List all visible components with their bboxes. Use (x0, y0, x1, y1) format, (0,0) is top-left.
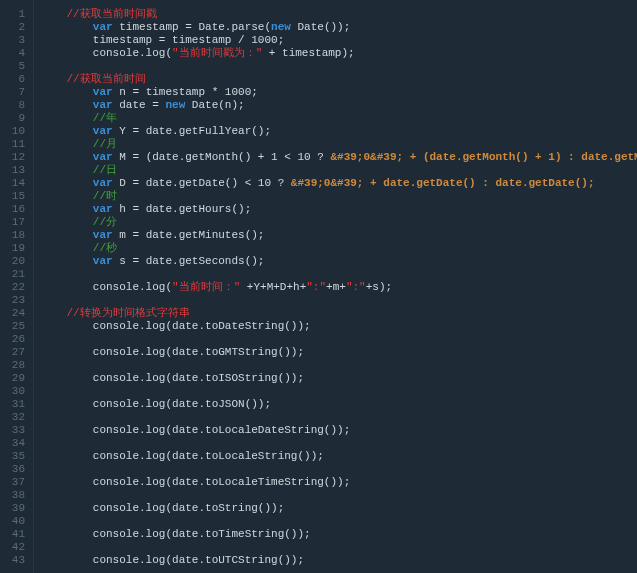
code-line[interactable]: console.log("当前时间戳为：" + timestamp); (40, 47, 637, 60)
line-number: 35 (0, 450, 33, 463)
code-line[interactable] (40, 489, 637, 502)
code-line[interactable]: //日 (40, 164, 637, 177)
code-area[interactable]: //获取当前时间戳 var timestamp = Date.parse(new… (34, 0, 637, 573)
line-number: 36 (0, 463, 33, 476)
code-token: Date(n); (185, 99, 244, 111)
code-line[interactable]: //月 (40, 138, 637, 151)
line-number: 41 (0, 528, 33, 541)
code-line[interactable] (40, 268, 637, 281)
code-token: s = date.getSeconds(); (113, 255, 265, 267)
code-token: console.log( (93, 47, 172, 59)
code-line[interactable]: var date = new Date(n); (40, 99, 637, 112)
code-token: "当前时间戳为：" (172, 47, 262, 59)
code-token: var (93, 203, 113, 215)
code-line[interactable]: var s = date.getSeconds(); (40, 255, 637, 268)
code-line[interactable]: var h = date.getHours(); (40, 203, 637, 216)
line-number: 13 (0, 164, 33, 177)
code-token: new (271, 21, 291, 33)
code-token: console.log(date.toUTCString()); (93, 554, 304, 566)
code-token: console.log(date.toDateString()); (93, 320, 311, 332)
code-token: //分 (93, 216, 117, 228)
code-token: console.log( (93, 281, 172, 293)
code-token: ":" (306, 281, 326, 293)
line-number: 18 (0, 229, 33, 242)
line-number: 3 (0, 34, 33, 47)
code-line[interactable]: console.log(date.toGMTString()); (40, 346, 637, 359)
code-line[interactable] (40, 359, 637, 372)
code-line[interactable]: var n = timestamp * 1000; (40, 86, 637, 99)
code-token: h = date.getHours(); (113, 203, 252, 215)
code-token: +m+ (326, 281, 346, 293)
code-line[interactable]: //秒 (40, 242, 637, 255)
code-line[interactable]: //获取当前时间 (40, 73, 637, 86)
line-number: 24 (0, 307, 33, 320)
code-line[interactable] (40, 333, 637, 346)
code-line[interactable]: console.log(date.toLocaleDateString()); (40, 424, 637, 437)
code-editor[interactable]: 1234567891011121314151617181920212223242… (0, 0, 637, 573)
code-line[interactable] (40, 411, 637, 424)
code-line[interactable] (40, 294, 637, 307)
code-line[interactable] (40, 541, 637, 554)
code-line[interactable]: timestamp = timestamp / 1000; (40, 34, 637, 47)
line-number-gutter: 1234567891011121314151617181920212223242… (0, 0, 34, 573)
line-number: 19 (0, 242, 33, 255)
line-number: 30 (0, 385, 33, 398)
code-token: timestamp = Date.parse( (113, 21, 271, 33)
code-line[interactable]: var timestamp = Date.parse(new Date()); (40, 21, 637, 34)
code-token: &#39;0&#39; + date.getDate() : date.getD… (291, 177, 595, 189)
line-number: 14 (0, 177, 33, 190)
code-line[interactable] (40, 60, 637, 73)
code-token: M = (date.getMonth() + 1 < 10 ? (113, 151, 331, 163)
code-line[interactable]: var M = (date.getMonth() + 1 < 10 ? &#39… (40, 151, 637, 164)
code-token: var (93, 21, 113, 33)
code-token: //转换为时间格式字符串 (66, 307, 189, 319)
code-line[interactable] (40, 463, 637, 476)
code-line[interactable]: var Y = date.getFullYear(); (40, 125, 637, 138)
code-token: date = (113, 99, 166, 111)
line-number: 11 (0, 138, 33, 151)
code-token: console.log(date.toString()); (93, 502, 284, 514)
line-number: 6 (0, 73, 33, 86)
code-line[interactable]: var D = date.getDate() < 10 ? &#39;0&#39… (40, 177, 637, 190)
code-line[interactable]: console.log(date.toLocaleTimeString()); (40, 476, 637, 489)
code-line[interactable]: console.log(date.toString()); (40, 502, 637, 515)
code-line[interactable]: //分 (40, 216, 637, 229)
code-line[interactable]: //获取当前时间戳 (40, 8, 637, 21)
code-token: //时 (93, 190, 117, 202)
line-number: 37 (0, 476, 33, 489)
code-token: "当前时间：" (172, 281, 240, 293)
code-line[interactable] (40, 437, 637, 450)
code-line[interactable]: //时 (40, 190, 637, 203)
line-number: 7 (0, 86, 33, 99)
code-token: var (93, 99, 113, 111)
code-token: console.log(date.toJSON()); (93, 398, 271, 410)
code-line[interactable]: console.log(date.toJSON()); (40, 398, 637, 411)
code-line[interactable]: console.log(date.toTimeString()); (40, 528, 637, 541)
line-number: 40 (0, 515, 33, 528)
code-token: n = timestamp * 1000; (113, 86, 258, 98)
code-line[interactable]: console.log("当前时间：" +Y+M+D+h+":"+m+":"+s… (40, 281, 637, 294)
line-number: 1 (0, 8, 33, 21)
code-line[interactable]: //年 (40, 112, 637, 125)
code-line[interactable]: console.log(date.toDateString()); (40, 320, 637, 333)
line-number: 5 (0, 60, 33, 73)
line-number: 34 (0, 437, 33, 450)
code-line[interactable]: console.log(date.toLocaleString()); (40, 450, 637, 463)
code-line[interactable]: console.log(date.toISOString()); (40, 372, 637, 385)
code-line[interactable]: //转换为时间格式字符串 (40, 307, 637, 320)
code-line[interactable] (40, 385, 637, 398)
line-number: 25 (0, 320, 33, 333)
code-token: Date()); (291, 21, 350, 33)
code-token: console.log(date.toISOString()); (93, 372, 304, 384)
line-number: 28 (0, 359, 33, 372)
code-token: var (93, 255, 113, 267)
code-line[interactable]: var m = date.getMinutes(); (40, 229, 637, 242)
line-number: 33 (0, 424, 33, 437)
code-token: console.log(date.toLocaleTimeString()); (93, 476, 350, 488)
code-line[interactable] (40, 515, 637, 528)
code-line[interactable]: console.log(date.toUTCString()); (40, 554, 637, 567)
line-number: 17 (0, 216, 33, 229)
line-number: 21 (0, 268, 33, 281)
line-number: 22 (0, 281, 33, 294)
code-token: new (165, 99, 185, 111)
